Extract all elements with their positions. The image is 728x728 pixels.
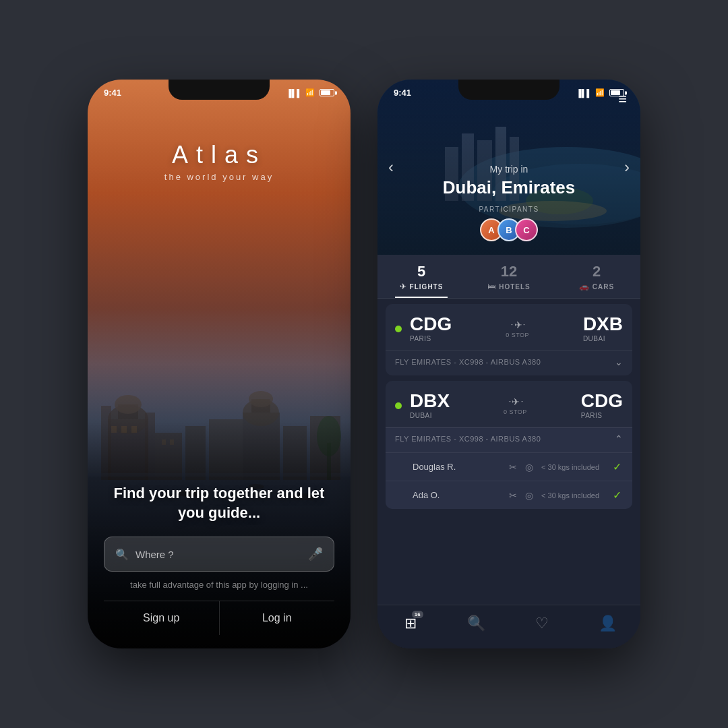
baggage-douglas: < 30 kgs included [541, 463, 599, 471]
right-phone: 9:41 ▐▌▌ 📶 ≡ ‹ › My trip in [377, 80, 640, 648]
bed-icon: 🛏 [487, 282, 495, 291]
mic-icon[interactable]: 🎤 [308, 547, 323, 562]
tab-cars[interactable]: 2 🚗 CARS [553, 255, 640, 298]
log-in-button[interactable]: Log in [220, 601, 335, 635]
app-tagline: the world your way [88, 172, 351, 182]
flight-arrow-1: ··· ✈ ··· 0 STOP [458, 320, 576, 338]
wifi-icon-ada: ◎ [525, 490, 533, 501]
utensils-icon-douglas: ✂ [509, 462, 517, 473]
tab-flights[interactable]: 5 ✈ FLIGHTS [377, 255, 465, 298]
dest-city-1: DUBAI [583, 335, 623, 342]
flight-card-1: CDG PARIS ··· ✈ ··· 0 STOP [386, 304, 632, 375]
flight-info-row-2[interactable]: FLY EMIRATES - XC998 - AIRBUS A380 ⌃ [386, 427, 632, 452]
participant-avatars: A B C [480, 218, 538, 241]
dest-code-2: CDG [581, 392, 623, 411]
flight-arrow-2: ··· ✈ ··· 0 STOP [456, 396, 574, 415]
cars-count: 2 [593, 264, 601, 279]
atlas-logo: Atlas the world your way [88, 141, 351, 182]
expand-icon-1[interactable]: ⌄ [615, 357, 623, 367]
origin-code-1: CDG [410, 315, 452, 334]
check-icon-douglas: ✓ [613, 460, 621, 473]
baggage-ada: < 30 kgs included [541, 491, 599, 499]
right-battery-icon [609, 89, 624, 96]
flight-details-1: FLY EMIRATES - XC998 - AIRBUS A380 [395, 358, 541, 366]
flight-route-2: DBX DUBAI ··· ✈ ··· 0 STOP [410, 392, 623, 419]
auth-buttons: Sign up Log in [104, 601, 334, 635]
flight-card-2: DBX DUBAI ··· ✈ ··· 0 STOP [386, 381, 632, 509]
search-placeholder: Where ? [135, 549, 301, 560]
passenger-icons-ada: ✂ ◎ < 30 kgs included ✓ [509, 489, 621, 502]
plane-tab-icon: ✈ [400, 282, 406, 291]
hotels-count: 12 [501, 264, 517, 279]
cars-icon-label: 🚗 CARS [579, 282, 614, 291]
flights-icon-label: ✈ FLIGHTS [400, 282, 444, 291]
check-icon-ada: ✓ [613, 489, 621, 502]
search-bar[interactable]: 🔍 Where ? 🎤 [104, 537, 334, 572]
origin-block-2: DBX DUBAI [410, 392, 450, 419]
bottom-nav: ⊞ 16 🔍 ♡ 👤 [377, 605, 640, 648]
tagline-text: Find your trip together and let you guid… [104, 483, 334, 523]
plane-icon-2: ✈ [512, 396, 518, 407]
nav-profile[interactable]: 👤 [575, 612, 641, 635]
login-hint: take full advantage of this app by loggi… [104, 580, 334, 590]
flight-info-row-1[interactable]: FLY EMIRATES - XC998 - AIRBUS A380 ⌄ [386, 351, 632, 375]
my-trip-label: My trip in [490, 164, 528, 175]
nav-badge: 16 [412, 611, 423, 618]
cars-label: CARS [593, 283, 614, 291]
phones-container: 9:41 ▐▌▌ 📶 Atlas the world your way Find… [88, 80, 640, 648]
flights-list: CDG PARIS ··· ✈ ··· 0 STOP [377, 299, 640, 605]
passenger-name-ada: Ada O. [413, 490, 509, 500]
hotels-icon-label: 🛏 HOTELS [487, 282, 530, 291]
flight-status-dot-1 [395, 326, 402, 332]
prev-trip-button[interactable]: ‹ [388, 158, 394, 177]
passenger-icons-douglas: ✂ ◎ < 30 kgs included ✓ [509, 460, 621, 473]
plane-icon-1: ✈ [514, 320, 521, 330]
flight-status-dot-2 [395, 402, 402, 409]
passenger-name-douglas: Douglas R. [413, 462, 509, 472]
search-nav-icon: 🔍 [467, 615, 485, 632]
wifi-icon: 📶 [305, 88, 315, 97]
left-status-icons: ▐▌▌ 📶 [286, 88, 334, 97]
flight-main-2: DBX DUBAI ··· ✈ ··· 0 STOP [386, 381, 632, 427]
nav-search[interactable]: 🔍 [444, 612, 510, 635]
stats-tabs: 5 ✈ FLIGHTS 12 🛏 HOTELS 2 🚗 [377, 255, 640, 299]
left-phone: 9:41 ▐▌▌ 📶 Atlas the world your way Find… [88, 80, 351, 648]
route-dots-2: ··· ✈ ··· [508, 396, 522, 407]
left-time: 9:41 [104, 88, 121, 98]
stops-label-1: 0 STOP [506, 332, 529, 338]
passenger-row-ada: Ada O. ✂ ◎ < 30 kgs included ✓ [386, 481, 632, 509]
sign-up-button[interactable]: Sign up [104, 601, 220, 635]
origin-code-2: DBX [410, 392, 450, 411]
left-bottom: Find your trip together and let you guid… [88, 483, 351, 648]
route-dots-1: ··· ✈ ··· [510, 320, 524, 330]
hotels-label: HOTELS [499, 283, 530, 291]
trip-header: 9:41 ▐▌▌ 📶 ≡ ‹ › My trip in [377, 80, 640, 255]
car-icon: 🚗 [579, 282, 589, 291]
next-trip-button[interactable]: › [624, 158, 630, 177]
dest-code-1: DXB [583, 315, 623, 334]
heart-icon: ♡ [535, 615, 549, 632]
flight-route-1: CDG PARIS ··· ✈ ··· 0 STOP [410, 315, 623, 342]
collapse-icon-2[interactable]: ⌃ [615, 433, 623, 444]
wifi-icon-douglas: ◎ [525, 462, 533, 473]
flights-count: 5 [417, 264, 425, 279]
origin-city-1: PARIS [410, 335, 452, 342]
avatar-3[interactable]: C [515, 218, 538, 241]
flight-details-2: FLY EMIRATES - XC998 - AIRBUS A380 [395, 435, 541, 443]
right-time: 9:41 [394, 88, 411, 98]
nav-favorites[interactable]: ♡ [509, 612, 575, 635]
right-wifi-icon: 📶 [595, 88, 605, 97]
flight-main-1: CDG PARIS ··· ✈ ··· 0 STOP [386, 304, 632, 351]
app-title: Atlas [88, 141, 351, 169]
nav-home[interactable]: ⊞ 16 [377, 612, 444, 635]
right-signal-icon: ▐▌▌ [576, 89, 592, 97]
dest-block-1: DXB DUBAI [583, 315, 623, 342]
tab-hotels[interactable]: 12 🛏 HOTELS [465, 255, 553, 298]
passenger-row-douglas: Douglas R. ✂ ◎ < 30 kgs included ✓ [386, 452, 632, 481]
flights-label: FLIGHTS [410, 283, 444, 291]
user-icon: 👤 [599, 615, 617, 632]
battery-icon [320, 89, 334, 96]
participants-label: PARTICIPANTS [479, 206, 539, 213]
signal-icon: ▐▌▌ [286, 89, 302, 97]
origin-block-1: CDG PARIS [410, 315, 452, 342]
